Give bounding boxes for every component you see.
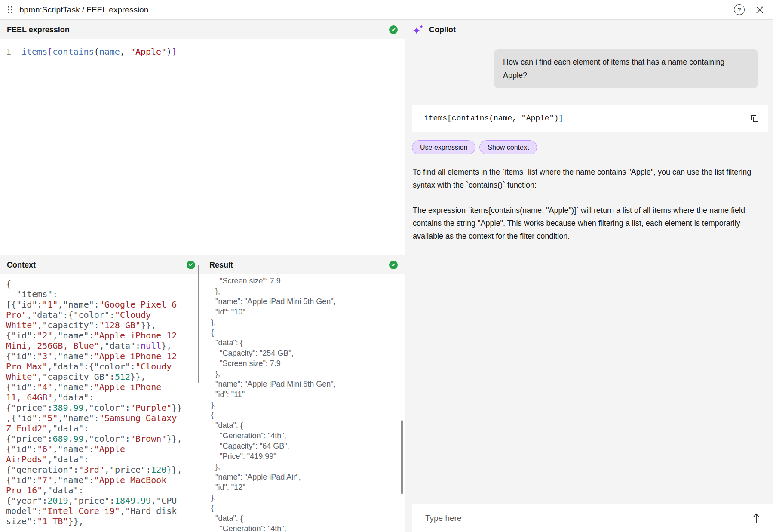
context-header: Context [0, 255, 202, 274]
window-title: bpmn:ScriptTask / FEEL expression [19, 5, 148, 15]
feel-code-editor[interactable]: 1 items[contains(name, "Apple")] [0, 39, 405, 255]
feel-expression-title: FEEL expression [7, 25, 70, 34]
copilot-actions: Use expression Show context [412, 140, 537, 154]
copy-icon [750, 114, 760, 123]
expression-editor-section: FEEL expression 1 items[contains(name, "… [0, 20, 405, 532]
copilot-panel: Copilot How can i find each element of i… [405, 20, 773, 532]
feel-valid-check-icon [389, 25, 398, 34]
copilot-header: Copilot [405, 20, 773, 39]
show-context-button[interactable]: Show context [479, 140, 537, 154]
copy-button[interactable] [750, 114, 760, 123]
copilot-input-box [412, 504, 773, 532]
close-button[interactable] [755, 5, 764, 15]
close-icon [755, 5, 764, 15]
explanation-paragraph-2: The expression `items[contains(name, "Ap… [413, 204, 765, 243]
result-valid-check-icon [389, 261, 398, 269]
result-scrollbar[interactable] [401, 420, 403, 494]
context-title: Context [7, 261, 36, 270]
context-valid-check-icon [187, 261, 195, 269]
send-arrow-icon [752, 513, 761, 524]
titlebar: bpmn:ScriptTask / FEEL expression ? [0, 0, 773, 20]
copilot-message-input[interactable] [425, 514, 752, 523]
suggested-expression-card: items[contains(name, "Apple")] [412, 105, 768, 132]
result-header: Result [202, 255, 405, 274]
context-json-content[interactable]: { "items":[{"id":"1","name":"Google Pixe… [0, 274, 202, 526]
feel-expression-header: FEEL expression [0, 20, 405, 39]
context-scrollbar[interactable] [198, 265, 199, 383]
copilot-explanation: To find all elements in the `items` list… [413, 166, 765, 255]
feel-code-line[interactable]: items[contains(name, "Apple")] [21, 46, 177, 57]
drag-handle-icon[interactable] [7, 6, 12, 14]
line-number: 1 [6, 46, 11, 57]
suggested-expression-code: items[contains(name, "Apple")] [424, 114, 563, 123]
context-panel: Context { "items":[{"id":"1","name":"Goo… [0, 255, 202, 532]
result-panel: Result "Screen size": 7.9 }, "name": "Ap… [202, 255, 405, 532]
use-expression-button[interactable]: Use expression [412, 140, 475, 154]
send-button[interactable] [752, 513, 761, 524]
user-message: How can i find each element of items tha… [494, 49, 758, 88]
copilot-title: Copilot [429, 25, 456, 34]
result-title: Result [209, 261, 233, 270]
explanation-paragraph-1: To find all elements in the `items` list… [413, 166, 765, 191]
sparkle-icon [413, 24, 424, 35]
result-json-content[interactable]: "Screen size": 7.9 }, "name": "Apple iPa… [202, 274, 405, 532]
help-button[interactable]: ? [734, 4, 745, 15]
help-icon: ? [734, 4, 745, 15]
